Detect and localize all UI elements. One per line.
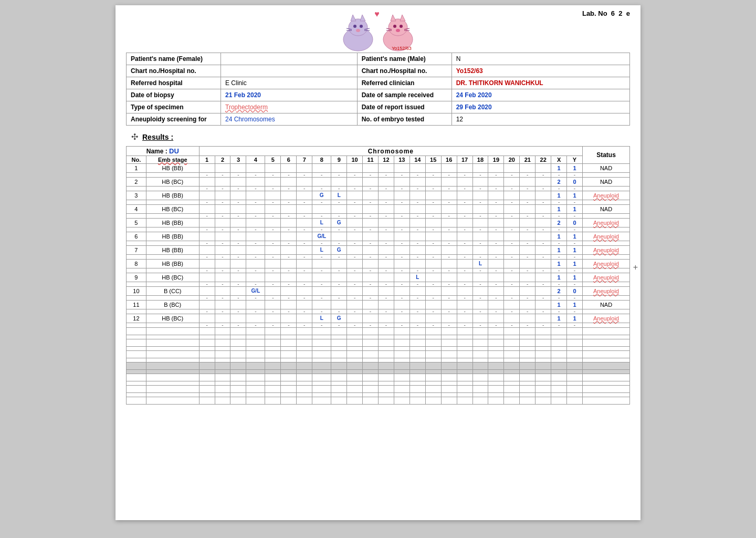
row-chr-17-8: [331, 386, 347, 393]
row-chr-3-20: [520, 205, 536, 214]
dash-chr-5-23: -: [567, 241, 583, 246]
row-no-15: [127, 363, 146, 370]
row-chr-17-18: [488, 386, 504, 393]
dash-chr-14-5: [281, 358, 297, 363]
row-chr-18-19: [504, 397, 520, 405]
row-chr-3-19: [504, 205, 520, 214]
row-chr-1-3: [246, 178, 265, 187]
row-chr-16-18: [488, 374, 504, 381]
row-chr-13-21: [536, 339, 551, 347]
row-chr-4-8: G: [331, 219, 347, 227]
row-chr-4-17: [472, 219, 488, 227]
col-chr-5: 5: [265, 156, 281, 164]
dash-chr-2-23: -: [567, 200, 583, 205]
dash-chr-14-4: [265, 358, 281, 363]
dash-chr-17-3: [246, 393, 265, 397]
row-chr-4-4: [265, 219, 281, 227]
row-emb-12: [146, 328, 199, 335]
row-status-13: [582, 339, 629, 347]
row-chr-12-16: [457, 328, 472, 335]
row-chr-8-5: [281, 273, 297, 282]
row-chr-3-14: [425, 205, 441, 214]
dash-chr-16-10: [363, 381, 379, 386]
embryo-tested-value: 12: [452, 113, 629, 126]
dash-chr-6-2: -: [230, 255, 246, 260]
row-status-7: Aneuploid: [582, 260, 629, 268]
scroll-indicator[interactable]: +: [633, 263, 638, 272]
dash-chr-5-16: -: [457, 241, 472, 246]
chart-label-right: Chart no./Hospital no.: [357, 65, 452, 77]
dash-status-6: [582, 255, 629, 260]
row-chr-16-10: [363, 374, 379, 381]
dash-chr-14-17: [472, 358, 488, 363]
row-chr-2-7: G: [312, 191, 331, 200]
specimen-value: Trophectoderm: [221, 101, 358, 113]
dash-chr-2-21: -: [536, 200, 551, 205]
row-chr-7-7: [312, 260, 331, 268]
status-header: Status: [582, 147, 629, 164]
dash-chr-3-15: -: [441, 214, 457, 219]
results-header: ✣ Results :: [131, 132, 630, 142]
row-chr-16-4: [265, 374, 281, 381]
row-chr-14-7: [312, 351, 331, 358]
dash-status-8: [582, 282, 629, 287]
dash-chr-10-12: -: [394, 309, 410, 314]
dash-chr-1-5: -: [281, 187, 297, 191]
dash-chr-11-18: -: [488, 323, 504, 328]
dash-chr-14-14: [425, 358, 441, 363]
dash-chr-13-22: [551, 347, 567, 351]
row-chr-14-5: [281, 351, 297, 358]
dash-chr-3-3: -: [246, 214, 265, 219]
row-chr-1-11: [379, 178, 394, 187]
dash-chr-8-13: -: [410, 282, 425, 287]
dash-chr-8-22: -: [551, 282, 567, 287]
dash-chr-3-5: -: [281, 214, 297, 219]
dash-chr-10-10: -: [363, 309, 379, 314]
row-chr-17-14: [425, 386, 441, 393]
row-chr-14-16: [457, 351, 472, 358]
referred-hospital-label: Referred hospital: [127, 77, 221, 89]
dash-chr-1-23: -: [567, 187, 583, 191]
dash-emb-3: [146, 214, 199, 219]
dash-chr-15-19: [504, 370, 520, 374]
row-chr-13-23: [567, 339, 583, 347]
row-chr-4-12: [394, 219, 410, 227]
row-chr-6-16: [457, 246, 472, 255]
row-chr-18-11: [379, 397, 394, 405]
row-chr-11-1: [215, 314, 230, 323]
row-chr-1-15: [441, 178, 457, 187]
col-chr-x: X: [551, 156, 567, 164]
row-chr-18-22: [551, 397, 567, 405]
row-chr-2-21: [536, 191, 551, 200]
dash-chr-12-13: [410, 335, 425, 339]
row-chr-8-2: [230, 273, 246, 282]
row-chr-13-17: [472, 339, 488, 347]
row-chr-15-23: [567, 363, 583, 370]
row-chr-11-21: [536, 314, 551, 323]
row-chr-4-5: [281, 219, 297, 227]
dash-chr-7-16: -: [457, 268, 472, 273]
dash-emb-4: [146, 227, 199, 232]
dash-chr-6-20: -: [520, 255, 536, 260]
row-chr-18-17: [472, 397, 488, 405]
dash-chr-5-5: -: [281, 241, 297, 246]
dash-chr-8-15: -: [441, 282, 457, 287]
row-chr-4-14: [425, 219, 441, 227]
row-chr-12-3: [246, 328, 265, 335]
dash-chr-13-7: [312, 347, 331, 351]
dash-chr-0-10: -: [363, 173, 379, 178]
dash-no-2: [127, 200, 146, 205]
row-chr-0-16: [457, 164, 472, 173]
row-chr-2-5: [281, 191, 297, 200]
dash-chr-16-18: [488, 381, 504, 386]
row-chr-0-17: [472, 164, 488, 173]
row-chr-2-2: [230, 191, 246, 200]
row-chr-17-21: [536, 386, 551, 393]
row-chr-5-18: [488, 232, 504, 241]
row-no-12: [127, 328, 146, 335]
row-no-16: [127, 374, 146, 381]
row-chr-13-10: [363, 339, 379, 347]
row-chr-9-22: 2: [551, 287, 567, 296]
row-chr-6-2: [230, 246, 246, 255]
row-status-3: NAD: [582, 205, 629, 214]
